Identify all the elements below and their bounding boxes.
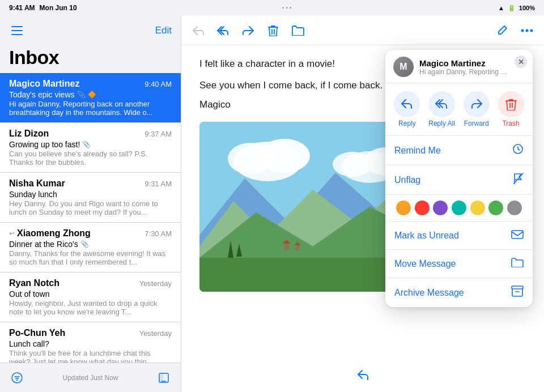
move-message-icon — [511, 257, 524, 270]
mail-item-3[interactable]: Nisha Kumar 9:31 AM Sunday lunch Hey Dan… — [0, 173, 181, 223]
folder-toolbar-button[interactable] — [290, 23, 306, 39]
svg-rect-24 — [284, 244, 289, 250]
color-dot-orange[interactable] — [396, 201, 411, 215]
action-popup: M Magico Martinez Hi again Danny, Report… — [385, 50, 533, 307]
popup-sender-name: Magico Martinez — [419, 58, 510, 68]
mail-sender-1: Magico Martinez — [9, 79, 79, 89]
reply-all-action-button[interactable]: Reply All — [428, 91, 455, 127]
mark-as-unread-label: Mark as Unread — [394, 231, 459, 241]
mail-subject-5: Out of town — [9, 289, 172, 299]
archive-message-menu-item[interactable]: Archive Message — [385, 278, 533, 307]
sidebar-toggle-button[interactable] — [9, 23, 25, 39]
wifi-icon: ▲ — [498, 5, 504, 11]
forward-toolbar-button[interactable] — [240, 23, 256, 39]
forward-action-label: Forward — [464, 120, 489, 127]
status-date: Mon Jun 10 — [40, 4, 77, 12]
battery-icon: 🔋 — [508, 5, 516, 12]
email-toolbar-right — [494, 23, 535, 39]
move-message-label: Move Message — [394, 259, 456, 269]
unflag-menu-item[interactable]: Unflag — [385, 165, 533, 195]
color-dot-green[interactable] — [488, 201, 503, 215]
reply-action-label: Reply — [398, 120, 416, 127]
mail-list: Magico Martinez 9:40 AM Today's epic vie… — [0, 73, 181, 363]
popup-header: M Magico Martinez Hi again Danny, Report… — [385, 50, 533, 83]
mail-preview-2: Can you believe she's already so tall? P… — [9, 150, 172, 167]
forward-action-button[interactable]: Forward — [464, 91, 490, 127]
delete-toolbar-button[interactable] — [265, 23, 281, 39]
archive-message-label: Archive Message — [394, 288, 464, 298]
mail-item-4[interactable]: ↩ Xiaomeng Zhong 7:30 AM Dinner at the R… — [0, 223, 181, 272]
compose-icon[interactable] — [156, 370, 172, 386]
remind-me-label: Remind Me — [394, 146, 441, 156]
mail-sender-5: Ryan Notch — [9, 278, 60, 288]
sidebar-toolbar: Edit — [0, 16, 181, 45]
archive-message-icon — [511, 286, 524, 300]
email-toolbar — [181, 16, 544, 45]
popup-avatar: M — [393, 57, 414, 77]
color-dot-yellow[interactable] — [470, 201, 485, 215]
trash-action-label: Trash — [502, 120, 519, 127]
reply-action-icon — [394, 91, 420, 117]
reply-all-action-label: Reply All — [428, 120, 455, 127]
mail-subject-6: Lunch call? — [9, 339, 172, 348]
mail-item-5[interactable]: Ryan Notch Yesterday Out of town Howdy, … — [0, 272, 181, 322]
svg-line-33 — [514, 173, 523, 184]
mail-item-2[interactable]: Liz Dizon 9:37 AM Growing up too fast! 📎… — [0, 123, 181, 173]
popup-close-button[interactable]: ✕ — [515, 56, 527, 68]
color-dot-purple[interactable] — [433, 201, 448, 215]
status-left: 9:41 AM Mon Jun 10 — [9, 4, 77, 12]
svg-rect-2 — [11, 34, 23, 35]
sidebar: Edit Inbox Magico Martinez 9:40 AM Today… — [0, 16, 181, 392]
svg-rect-1 — [11, 30, 23, 31]
mail-item-6[interactable]: Po-Chun Yeh Yesterday Lunch call? Think … — [0, 322, 181, 363]
reply-back-button[interactable] — [190, 23, 206, 39]
reply-action-button[interactable]: Reply — [394, 91, 420, 127]
mail-preview-3: Hey Danny, Do you and Rigo want to come … — [9, 199, 172, 216]
compose-toolbar-button[interactable] — [494, 23, 510, 39]
mail-preview-1: Hi again Danny, Reporting back on anothe… — [9, 100, 172, 117]
trash-action-icon — [498, 91, 524, 117]
attachment-icon-1: 📎 — [77, 91, 86, 99]
status-right: ▲ 🔋 100% — [498, 5, 535, 12]
updated-status: Updated Just Now — [25, 374, 156, 382]
reply-all-toolbar-button[interactable] — [215, 23, 231, 39]
mail-sender-4: Xiaomeng Zhong — [17, 228, 91, 238]
svg-rect-34 — [512, 231, 523, 238]
email-toolbar-left — [190, 23, 306, 39]
remind-me-menu-item[interactable]: Remind Me — [385, 136, 533, 165]
mail-preview-4: Danny, Thanks for the awesome evening! I… — [9, 249, 172, 266]
sidebar-bottom-bar: Updated Just Now — [0, 363, 181, 392]
svg-point-10 — [521, 29, 524, 32]
color-dot-gray[interactable] — [507, 201, 522, 215]
mail-item-1[interactable]: Magico Martinez 9:40 AM Today's epic vie… — [0, 73, 181, 123]
status-bar: 9:41 AM Mon Jun 10 ··· ▲ 🔋 100% — [0, 0, 544, 16]
app-container: Edit Inbox Magico Martinez 9:40 AM Today… — [0, 16, 544, 392]
more-toolbar-button[interactable] — [519, 23, 535, 39]
edit-button[interactable]: Edit — [155, 25, 172, 36]
svg-rect-9 — [159, 373, 163, 382]
mail-time-2: 9:37 AM — [144, 130, 172, 138]
mail-time-5: Yesterday — [139, 279, 172, 288]
reply-bottom-button[interactable] — [356, 369, 369, 385]
mail-sender-6: Po-Chun Yeh — [9, 328, 65, 338]
mail-sender-2: Liz Dizon — [9, 129, 49, 139]
status-center-dots: ··· — [282, 3, 293, 13]
svg-rect-35 — [512, 286, 523, 289]
mail-time-4: 7:30 AM — [144, 229, 172, 238]
mail-subject-4: Dinner at the Rico's 📎 — [9, 240, 172, 249]
mark-as-unread-menu-item[interactable]: Mark as Unread — [385, 221, 533, 250]
mark-as-unread-icon — [511, 229, 524, 242]
inbox-title: Inbox — [0, 45, 181, 73]
mail-time-1: 9:40 AM — [144, 80, 172, 88]
flag-icon-1: 🔶 — [88, 91, 96, 99]
color-dot-teal[interactable] — [452, 201, 466, 215]
mail-subject-2: Growing up too fast! 📎 — [9, 140, 172, 149]
popup-actions-row: Reply Reply All — [385, 83, 533, 136]
color-dot-red[interactable] — [415, 201, 430, 215]
status-time: 9:41 AM — [9, 4, 35, 12]
filter-icon[interactable] — [9, 370, 25, 386]
svg-point-19 — [333, 152, 372, 177]
mail-subject-1: Today's epic views 📎 🔶 — [9, 90, 172, 99]
move-message-menu-item[interactable]: Move Message — [385, 250, 533, 278]
trash-action-button[interactable]: Trash — [498, 91, 524, 127]
